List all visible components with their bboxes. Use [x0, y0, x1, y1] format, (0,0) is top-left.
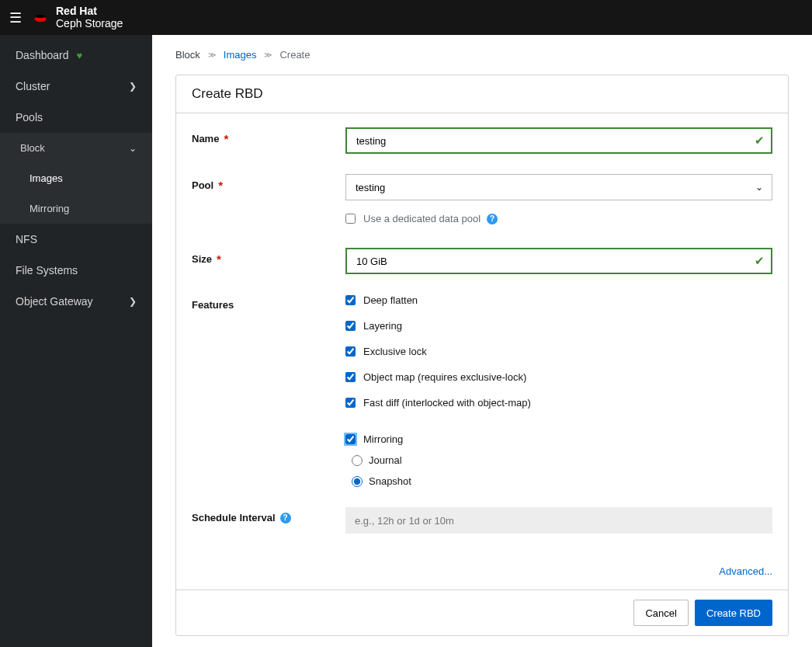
sidebar-item-label: Pools [16, 111, 43, 123]
feature-object-map-checkbox[interactable] [345, 372, 356, 382]
help-icon[interactable]: ? [487, 214, 498, 224]
required-icon: * [224, 132, 228, 145]
top-bar: ☰ Red Hat Ceph Storage [0, 0, 812, 35]
sidebar-item-nfs[interactable]: NFS [0, 224, 152, 255]
menu-icon[interactable]: ☰ [9, 9, 22, 26]
sidebar-item-label: Images [29, 172, 63, 184]
sidebar-item-images[interactable]: Images [0, 163, 152, 193]
features-label: Features [192, 299, 234, 311]
sidebar-item-dashboard[interactable]: Dashboard ♥ [0, 40, 152, 71]
breadcrumb-current: Create [279, 49, 310, 61]
brand-line2: Ceph Storage [56, 18, 123, 30]
sidebar-item-label: Cluster [16, 80, 50, 92]
feature-label: Object map (requires exclusive-lock) [363, 371, 526, 383]
chevron-right-icon: ❯ [129, 81, 137, 92]
create-rbd-card: Create RBD Name * ✔ Pool * [175, 75, 789, 636]
pool-select[interactable]: testing [345, 174, 772, 200]
sidebar-item-label: Object Gateway [16, 295, 93, 308]
dedicated-pool-label: Use a dedicated data pool [363, 213, 481, 224]
help-icon[interactable]: ? [280, 513, 291, 524]
sidebar-item-block[interactable]: Block ⌄ [0, 133, 152, 163]
size-label: Size [192, 253, 212, 265]
mirroring-journal-radio[interactable] [352, 455, 363, 466]
required-icon: * [217, 252, 221, 266]
sidebar-item-label: Block [20, 142, 45, 154]
brand-line1: Red Hat [56, 5, 123, 17]
feature-label: Layering [363, 320, 402, 332]
feature-layering-checkbox[interactable] [345, 321, 356, 331]
name-label: Name [192, 133, 219, 144]
feature-label: Mirroring [363, 433, 403, 445]
radio-label: Journal [369, 454, 402, 466]
feature-label: Deep flatten [363, 294, 418, 306]
dedicated-pool-checkbox[interactable] [345, 214, 356, 224]
feature-mirroring-checkbox[interactable] [345, 434, 356, 444]
feature-label: Fast diff (interlocked with object-map) [363, 397, 531, 409]
required-icon: * [218, 179, 223, 192]
sidebar-item-label: NFS [16, 233, 37, 245]
sidebar-item-filesystems[interactable]: File Systems [0, 255, 152, 286]
card-title: Create RBD [176, 75, 788, 113]
feature-label: Exclusive lock [363, 346, 427, 357]
breadcrumb-sep-icon: ≫ [208, 50, 216, 59]
sidebar-item-label: Dashboard [16, 49, 69, 61]
main-content: Block ≫ Images ≫ Create Create RBD Name … [152, 35, 812, 647]
heartbeat-icon: ♥ [77, 50, 83, 61]
feature-deep-flatten-checkbox[interactable] [345, 295, 356, 305]
sidebar-item-cluster[interactable]: Cluster ❯ [0, 71, 152, 102]
sidebar-item-object-gateway[interactable]: Object Gateway ❯ [0, 286, 152, 317]
breadcrumb-root: Block [175, 49, 200, 61]
sidebar-item-label: Mirroring [29, 203, 69, 214]
chevron-right-icon: ❯ [129, 296, 137, 307]
feature-fast-diff-checkbox[interactable] [345, 398, 356, 408]
name-input[interactable] [345, 127, 772, 154]
schedule-label: Schedule Interval [192, 512, 276, 524]
brand: Red Hat Ceph Storage [31, 5, 123, 30]
check-icon: ✔ [755, 134, 765, 148]
breadcrumb-sep-icon: ≫ [264, 50, 272, 59]
sidebar-item-label: File Systems [16, 264, 78, 277]
redhat-icon [31, 9, 50, 27]
advanced-link[interactable]: Advanced... [719, 565, 772, 577]
schedule-input[interactable] [345, 507, 772, 534]
pool-label: Pool [192, 179, 213, 191]
radio-label: Snapshot [369, 475, 411, 487]
sidebar-item-pools[interactable]: Pools [0, 102, 152, 133]
sidebar-item-mirroring[interactable]: Mirroring [0, 193, 152, 224]
breadcrumb-images[interactable]: Images [224, 49, 257, 61]
create-rbd-button[interactable]: Create RBD [695, 600, 772, 626]
sidebar: Dashboard ♥ Cluster ❯ Pools Block ⌄ Imag… [0, 35, 152, 647]
size-input[interactable] [345, 248, 772, 274]
chevron-down-icon: ⌄ [129, 143, 137, 154]
feature-exclusive-lock-checkbox[interactable] [345, 346, 356, 357]
svg-point-0 [36, 15, 45, 18]
breadcrumb: Block ≫ Images ≫ Create [152, 35, 812, 75]
cancel-button[interactable]: Cancel [633, 600, 688, 626]
mirroring-snapshot-radio[interactable] [352, 476, 363, 487]
check-icon: ✔ [755, 254, 765, 268]
